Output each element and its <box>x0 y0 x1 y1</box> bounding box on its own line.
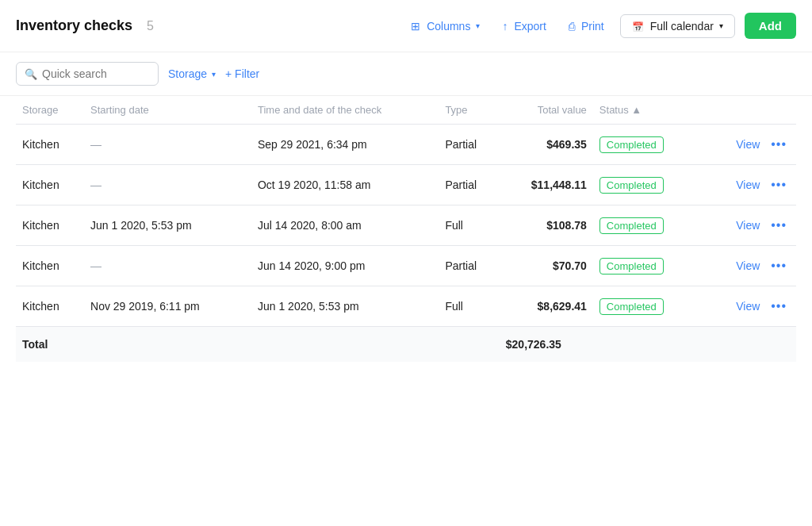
more-button[interactable]: ••• <box>768 298 790 315</box>
storage-chevron-icon: ▾ <box>212 70 216 79</box>
header-actions: Columns ▾ Export Print Full calendar ▾ A… <box>404 13 796 39</box>
cell-starting-date: Jun 1 2020, 5:53 pm <box>84 205 251 246</box>
export-label: Export <box>514 20 546 33</box>
col-storage: Storage <box>16 96 84 125</box>
cell-storage: Kitchen <box>16 246 84 286</box>
filter-button[interactable]: + Filter <box>225 67 259 80</box>
page: Inventory checks 5 Columns ▾ Export Prin… <box>0 0 812 526</box>
export-icon <box>502 20 510 33</box>
columns-label: Columns <box>427 20 470 33</box>
cell-total-value: $70.70 <box>500 246 593 286</box>
cell-total-value: $469.35 <box>500 125 593 165</box>
print-icon <box>569 20 577 33</box>
calendar-label: Full calendar <box>650 20 714 33</box>
col-check-datetime: Time and date of the check <box>251 96 439 125</box>
cell-actions: View ••• <box>699 165 796 205</box>
more-button[interactable]: ••• <box>768 176 790 194</box>
calendar-icon <box>632 20 646 33</box>
table-row: Kitchen Jun 1 2020, 5:53 pm Jul 14 2020,… <box>16 205 796 246</box>
table-footer: Total $20,726.35 <box>16 327 796 363</box>
print-button[interactable]: Print <box>562 17 611 36</box>
table-row: Kitchen — Oct 19 2020, 11:58 am Partial … <box>16 165 796 205</box>
export-button[interactable]: Export <box>496 17 552 36</box>
cell-type: Partial <box>439 125 499 165</box>
cell-status: Completed <box>593 205 699 246</box>
cell-status: Completed <box>593 286 699 327</box>
cell-total-value: $11,448.11 <box>500 165 593 205</box>
table-row: Kitchen — Sep 29 2021, 6:34 pm Partial $… <box>16 125 796 165</box>
inventory-table: Storage Starting date Time and date of t… <box>16 96 796 362</box>
calendar-chevron-icon: ▾ <box>719 21 723 30</box>
table-container: Storage Starting date Time and date of t… <box>0 96 812 362</box>
view-button[interactable]: View <box>731 298 764 314</box>
more-button[interactable]: ••• <box>768 217 790 234</box>
more-button[interactable]: ••• <box>768 136 790 153</box>
storage-filter-button[interactable]: Storage ▾ <box>168 67 216 80</box>
cell-type: Partial <box>439 165 499 205</box>
columns-chevron-icon: ▾ <box>476 21 480 30</box>
status-badge: Completed <box>599 298 664 315</box>
storage-label: Storage <box>168 67 207 80</box>
cell-starting-date: — <box>84 125 251 165</box>
columns-icon <box>411 20 423 33</box>
full-calendar-button[interactable]: Full calendar ▾ <box>620 14 735 38</box>
table-row: Kitchen — Jun 14 2020, 9:00 pm Partial $… <box>16 246 796 286</box>
page-title: Inventory checks <box>16 17 132 34</box>
more-button[interactable]: ••• <box>768 257 790 275</box>
col-type: Type <box>439 96 499 125</box>
cell-check-datetime: Sep 29 2021, 6:34 pm <box>251 125 439 165</box>
page-header: Inventory checks 5 Columns ▾ Export Prin… <box>0 0 812 52</box>
col-starting-date: Starting date <box>84 96 251 125</box>
table-row: Kitchen Nov 29 2019, 6:11 pm Jun 1 2020,… <box>16 286 796 327</box>
toolbar: 🔍 Storage ▾ + Filter <box>0 52 812 96</box>
search-icon: 🔍 <box>25 68 37 80</box>
total-value: $20,726.35 <box>500 327 593 363</box>
search-input[interactable] <box>42 67 150 80</box>
search-box: 🔍 <box>16 62 159 86</box>
cell-total-value: $8,629.41 <box>500 286 593 327</box>
col-total-value: Total value <box>500 96 593 125</box>
col-status[interactable]: Status ▲ <box>593 96 699 125</box>
status-badge: Completed <box>599 258 664 275</box>
table-body: Kitchen — Sep 29 2021, 6:34 pm Partial $… <box>16 125 796 327</box>
cell-status: Completed <box>593 125 699 165</box>
cell-storage: Kitchen <box>16 125 84 165</box>
view-button[interactable]: View <box>731 217 764 233</box>
total-label: Total <box>16 327 500 363</box>
status-badge: Completed <box>599 177 664 194</box>
cell-total-value: $108.78 <box>500 205 593 246</box>
add-button[interactable]: Add <box>745 13 796 39</box>
columns-button[interactable]: Columns ▾ <box>404 17 486 36</box>
view-button[interactable]: View <box>731 177 764 193</box>
table-header: Storage Starting date Time and date of t… <box>16 96 796 125</box>
view-button[interactable]: View <box>731 258 764 274</box>
cell-status: Completed <box>593 165 699 205</box>
cell-check-datetime: Jun 1 2020, 5:53 pm <box>251 286 439 327</box>
status-badge: Completed <box>599 136 664 153</box>
cell-type: Full <box>439 286 499 327</box>
cell-starting-date: — <box>84 165 251 205</box>
total-empty <box>593 327 796 363</box>
cell-check-datetime: Jun 14 2020, 9:00 pm <box>251 246 439 286</box>
view-button[interactable]: View <box>731 136 764 152</box>
sort-icon: ▲ <box>631 104 642 116</box>
cell-check-datetime: Jul 14 2020, 8:00 am <box>251 205 439 246</box>
cell-status: Completed <box>593 246 699 286</box>
cell-starting-date: Nov 29 2019, 6:11 pm <box>84 286 251 327</box>
cell-storage: Kitchen <box>16 205 84 246</box>
cell-storage: Kitchen <box>16 165 84 205</box>
cell-storage: Kitchen <box>16 286 84 327</box>
status-badge: Completed <box>599 217 664 234</box>
page-count: 5 <box>147 19 154 33</box>
total-row: Total $20,726.35 <box>16 327 796 363</box>
cell-actions: View ••• <box>699 125 796 165</box>
cell-check-datetime: Oct 19 2020, 11:58 am <box>251 165 439 205</box>
print-label: Print <box>581 20 604 33</box>
cell-actions: View ••• <box>699 205 796 246</box>
cell-actions: View ••• <box>699 246 796 286</box>
cell-starting-date: — <box>84 246 251 286</box>
cell-type: Full <box>439 205 499 246</box>
cell-actions: View ••• <box>699 286 796 327</box>
cell-type: Partial <box>439 246 499 286</box>
col-actions <box>699 96 796 125</box>
